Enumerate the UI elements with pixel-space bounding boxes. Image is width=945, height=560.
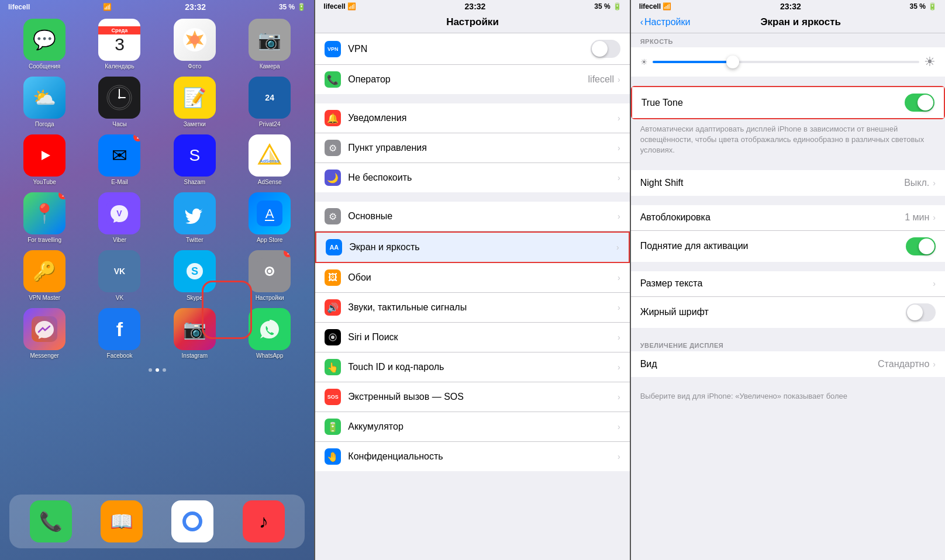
settings-row-truetone[interactable]: True Tone [632,87,944,118]
zoom-section-header: УВЕЛИЧЕНИЕ ДИСПЛЕЯ [631,337,945,351]
settings-row-operator[interactable]: 📞 Оператор lifecell › [315,65,629,94]
app-twitter[interactable]: Twitter [160,192,230,243]
dock-music[interactable]: ♪ [243,500,285,542]
app-messenger[interactable]: Messenger [9,308,80,359]
settings-row-privacy[interactable]: 🤚 Конфиденциальность › [315,442,629,471]
app-photos[interactable]: Фото [160,19,230,70]
wifi-icon-settings: 📶 [347,2,356,11]
vpn-icon: VPN [325,41,341,57]
dock-chrome[interactable] [171,500,213,542]
settings-row-nightshift[interactable]: Night Shift Выкл. › [631,170,945,196]
view-value: Стандартно [878,359,929,369]
settings-row-notifications[interactable]: 🔔 Уведомления › [315,103,629,133]
svg-point-6 [118,96,120,99]
carrier-settings: lifecell [323,2,345,11]
app-clock[interactable]: Часы [84,77,154,127]
app-vk-icon: VK [98,250,140,292]
settings-row-wallpaper[interactable]: 🖼 Обои › [315,263,629,293]
settings-row-view[interactable]: Вид Стандартно › [631,351,945,377]
time-home: 23:32 [185,2,206,12]
app-appstore[interactable]: A App Store [234,192,305,243]
dock-books[interactable]: 📖 [101,500,143,542]
app-email[interactable]: ✉ 2 E-Mail [84,134,154,185]
settings-row-bold[interactable]: Жирный шрифт [631,297,945,328]
settings-row-sos[interactable]: SOS Экстренный вызов — SOS › [315,382,629,412]
truetone-toggle[interactable] [905,94,934,112]
raisewake-toggle-knob [919,238,934,254]
truetone-description: Автоматически адаптировать дисплей iPhon… [631,119,945,161]
svg-text:A: A [265,206,274,221]
settings-section-alerts: 🔔 Уведомления › ⚙ Пункт управления › 🌙 Н… [315,103,629,192]
sos-label: Экстренный вызов — SOS [348,392,618,402]
brightness-high-icon: ☀ [924,54,936,70]
app-maps[interactable]: 📍 1 For travelling [9,192,80,243]
app-viber-icon: V [98,192,140,234]
vpn-toggle-knob [592,41,608,57]
app-youtube[interactable]: YouTube [9,134,80,185]
bold-toggle-knob [907,305,923,320]
nightshift-label: Night Shift [640,178,905,188]
display-settings-content: ЯРКОСТЬ ☀ ☀ True Tone Автоматически адап… [631,33,945,560]
settings-row-display[interactable]: AA Экран и яркость › [315,231,629,263]
siri-icon [325,329,341,345]
sounds-icon: 🔊 [325,299,341,316]
app-photos-label: Фото [188,63,201,70]
settings-row-control[interactable]: ⚙ Пункт управления › [315,133,629,163]
brightness-thumb[interactable] [726,56,739,68]
svg-point-1 [190,35,199,44]
settings-row-siri[interactable]: Siri и Поиск › [315,323,629,352]
app-messenger-icon [23,308,65,350]
truetone-label: True Tone [642,98,905,108]
app-messages-icon: 💬 [23,19,65,61]
settings-row-autolock[interactable]: Автоблокировка 1 мин › [631,205,945,231]
vpn-toggle[interactable] [591,40,620,58]
dock-phone[interactable]: 📞 [30,500,72,542]
app-vk[interactable]: VK VK [84,250,154,301]
app-youtube-label: YouTube [33,179,56,185]
settings-row-dnd[interactable]: 🌙 Не беспокоить › [315,163,629,192]
settings-panel: lifecell 📶 23:32 35 % 🔋 Настройки VPN VP… [315,0,629,560]
calendar-day-name: Среда [98,26,140,34]
back-button[interactable]: ‹ Настройки [640,17,691,27]
settings-row-vpn[interactable]: VPN VPN [315,33,629,65]
app-adsense-icon: AdSense [249,134,291,177]
battery-pct-display: 35 % [910,2,926,11]
settings-row-battery[interactable]: 🔋 Аккумулятор › [315,412,629,442]
svg-point-22 [268,269,271,273]
settings-section-network: VPN VPN 📞 Оператор lifecell › [315,33,629,94]
app-weather-icon: ⛅ [23,77,65,119]
sounds-chevron: › [618,303,620,312]
app-shazam[interactable]: S Shazam [160,134,230,185]
settings-row-general[interactable]: ⚙ Основные › [315,202,629,231]
settings-row-sounds[interactable]: 🔊 Звуки, тактильные сигналы › [315,293,629,323]
settings-row-raisewake[interactable]: Поднятие для активации [631,231,945,262]
app-calendar[interactable]: Среда 3 Календарь [84,19,154,70]
app-camera[interactable]: 📷 Камера [234,19,305,70]
sounds-label: Звуки, тактильные сигналы [348,302,618,313]
true-tone-section: True Tone [631,86,945,119]
raisewake-toggle[interactable] [906,237,936,255]
app-privat24[interactable]: 24 Privat24 [234,77,305,127]
app-messenger-label: Messenger [30,352,58,359]
autolock-chevron: › [933,213,936,222]
app-maps-icon: 📍 1 [23,192,65,234]
app-messages[interactable]: 💬 Сообщения [9,19,80,70]
app-twitter-icon [174,192,216,234]
app-viber[interactable]: V Viber [84,192,154,243]
calendar-day-num: 3 [115,36,125,53]
settings-row-touchid[interactable]: 👆 Touch ID и код-пароль › [315,352,629,382]
app-facebook[interactable]: f Facebook [84,308,154,359]
app-adsense[interactable]: AdSense AdSense [234,134,305,185]
app-facebook-icon: f [98,308,140,350]
app-email-label: E-Mail [111,179,127,185]
settings-row-textsize[interactable]: Размер текста › [631,271,945,297]
textsize-chevron: › [933,279,936,288]
bold-toggle[interactable] [906,303,936,322]
app-weather[interactable]: ⛅ Погода [9,77,80,127]
brightness-track[interactable] [653,61,919,63]
app-vpnmaster[interactable]: 🔑 VPN Master [9,250,80,301]
app-email-icon: ✉ 2 [98,134,140,177]
app-notes[interactable]: 📝 Заметки [160,77,230,127]
textsize-label: Размер текста [640,278,933,289]
app-appstore-label: App Store [257,237,282,243]
